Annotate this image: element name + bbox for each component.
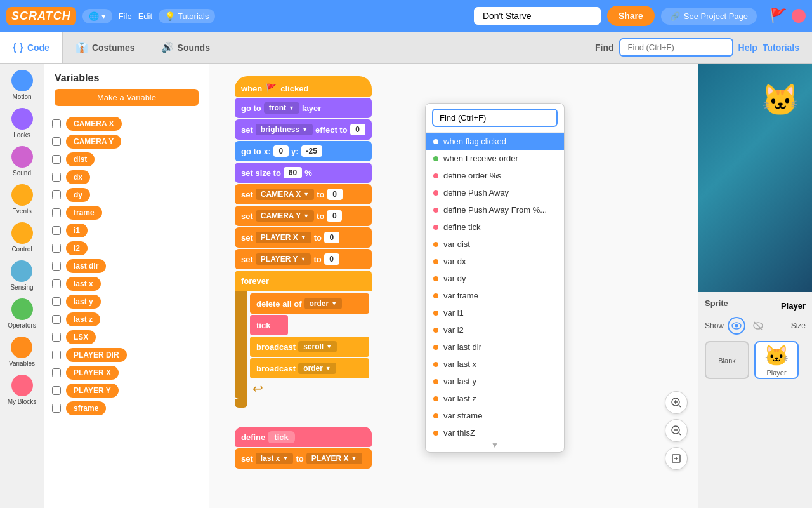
set-brightness-block[interactable]: set brightness effect to 0	[235, 119, 372, 140]
globe-button[interactable]: 🌐 ▾	[82, 9, 112, 23]
y-value[interactable]: -25	[301, 145, 322, 157]
green-flag-icon[interactable]: 🚩	[769, 8, 787, 24]
dropdown-item-7[interactable]: var dx	[426, 253, 564, 270]
var-checkbox-lastz[interactable]	[52, 315, 61, 324]
var-pill-i1[interactable]: i1	[66, 224, 88, 237]
sprite-player[interactable]: 🐱 Player	[754, 341, 799, 379]
dropdown-item-10[interactable]: var i1	[426, 304, 564, 321]
var-pill-lastdir[interactable]: last dir	[66, 259, 106, 273]
camerax-dropdown[interactable]: CAMERA X	[256, 189, 314, 200]
scratch-logo[interactable]: SCRATCH	[6, 7, 76, 25]
goto-xy-block[interactable]: go to x: 0 y: -25	[235, 141, 372, 161]
var-pill-lasty[interactable]: last y	[66, 295, 101, 309]
var-checkbox-camerax[interactable]	[52, 119, 61, 128]
cameray-dropdown[interactable]: CAMERA Y	[256, 210, 314, 222]
playerx-value[interactable]: 0	[324, 232, 339, 243]
var-pill-lastx[interactable]: last x	[66, 277, 101, 291]
forever-top[interactable]: forever	[235, 271, 372, 291]
scroll-dropdown[interactable]: scroll	[298, 341, 337, 352]
cat-events[interactable]: Events	[11, 184, 33, 215]
var-checkbox-i1[interactable]	[52, 226, 61, 235]
help-link[interactable]: Help	[738, 43, 757, 53]
tab-code[interactable]: { } Code	[0, 32, 63, 63]
dropdown-item-12[interactable]: var last dir	[426, 338, 564, 356]
var-pill-playerdir[interactable]: PLAYER DIR	[66, 348, 127, 362]
tutorials-button[interactable]: 💡 Tutorials	[159, 9, 215, 23]
edit-menu[interactable]: Edit	[138, 11, 152, 21]
brightness-value[interactable]: 0	[350, 124, 365, 135]
var-checkbox-cameray[interactable]	[52, 137, 61, 146]
var-checkbox-lastx[interactable]	[52, 279, 61, 288]
set-playery-block[interactable]: set PLAYER Y to 0	[235, 249, 372, 269]
cameray-value[interactable]: 0	[327, 210, 342, 222]
cat-control[interactable]: Control	[11, 222, 33, 253]
dropdown-item-5[interactable]: define tick	[426, 218, 564, 236]
dropdown-item-4[interactable]: define Push Away From %...	[426, 201, 564, 218]
set-cameray-block[interactable]: set CAMERA Y to 0	[235, 206, 372, 226]
var-checkbox-dist[interactable]	[52, 155, 61, 164]
dropdown-item-13[interactable]: var last x	[426, 356, 564, 373]
dropdown-item-3[interactable]: define Push Away	[426, 184, 564, 201]
cat-sound[interactable]: Sound	[11, 146, 33, 177]
forever-block[interactable]: forever delete all of order tick	[235, 271, 372, 408]
dropdown-item-1[interactable]: when I receive order	[426, 150, 564, 167]
set-lastx-block[interactable]: set last x to PLAYER X	[235, 448, 372, 469]
playery-dropdown[interactable]: PLAYER Y	[256, 253, 311, 265]
var-pill-playerx[interactable]: PLAYER X	[66, 366, 119, 380]
define-tick-block-group[interactable]: define tick set last x to PLAYER X	[235, 427, 372, 469]
var-pill-frame[interactable]: frame	[66, 206, 102, 220]
file-menu[interactable]: File	[119, 11, 132, 21]
var-pill-lsx[interactable]: LSX	[66, 330, 96, 344]
dropdown-search-input[interactable]	[432, 109, 558, 127]
share-button[interactable]: Share	[607, 6, 655, 26]
order-dropdown1[interactable]: order	[304, 298, 343, 309]
tick-block[interactable]: tick	[250, 315, 288, 335]
make-variable-button[interactable]: Make a Variable	[55, 89, 199, 106]
cat-motion[interactable]: Motion	[11, 70, 33, 100]
stop-button[interactable]	[792, 9, 806, 23]
var-checkbox-sframe[interactable]	[52, 404, 61, 413]
tab-sounds[interactable]: 🔊 Sounds	[148, 32, 223, 63]
var-checkbox-dy[interactable]	[52, 190, 61, 199]
dropdown-item-9[interactable]: var frame	[426, 287, 564, 304]
var-checkbox-playerx[interactable]	[52, 368, 61, 377]
project-title-input[interactable]	[474, 7, 601, 25]
cat-looks[interactable]: Looks	[11, 108, 33, 138]
var-checkbox-i2[interactable]	[52, 244, 61, 253]
cat-operators[interactable]: Operators	[8, 298, 36, 329]
broadcast-scroll-block[interactable]: broadcast scroll	[250, 337, 369, 357]
dropdown-item-0[interactable]: when flag clicked	[426, 133, 564, 150]
dropdown-item-8[interactable]: var dy	[426, 270, 564, 287]
var-checkbox-lasty[interactable]	[52, 297, 61, 306]
fit-button[interactable]	[665, 447, 688, 470]
set-size-block[interactable]: set size to 60 %	[235, 163, 372, 183]
var-checkbox-playery[interactable]	[52, 386, 61, 395]
dropdown-item-6[interactable]: var dist	[426, 236, 564, 253]
delete-all-block[interactable]: delete all of order	[250, 293, 369, 314]
define-tick-hat[interactable]: define tick	[235, 427, 372, 447]
goto-front-block[interactable]: go to front layer	[235, 98, 372, 118]
cat-variables[interactable]: Variables	[9, 337, 35, 367]
playerx-ref-dropdown[interactable]: PLAYER X	[306, 453, 362, 464]
var-checkbox-lsx[interactable]	[52, 333, 61, 342]
cat-sensing[interactable]: Sensing	[10, 260, 33, 291]
playerx-dropdown[interactable]: PLAYER X	[256, 232, 311, 243]
var-checkbox-playerdir[interactable]	[52, 351, 61, 359]
var-checkbox-dx[interactable]	[52, 173, 61, 182]
var-pill-camerax[interactable]: CAMERA X	[66, 117, 122, 131]
show-hidden-button[interactable]	[749, 317, 767, 335]
var-pill-dy[interactable]: dy	[66, 188, 90, 202]
dropdown-item-11[interactable]: var i2	[426, 321, 564, 338]
var-pill-dist[interactable]: dist	[66, 152, 95, 166]
dropdown-item-16[interactable]: var sframe	[426, 407, 564, 424]
see-project-button[interactable]: 🔗 See Project Page	[661, 8, 757, 25]
size-value[interactable]: 60	[284, 167, 302, 178]
dropdown-item-17[interactable]: var thisZ	[426, 424, 564, 438]
x-value[interactable]: 0	[273, 145, 289, 157]
dropdown-item-14[interactable]: var last y	[426, 373, 564, 390]
lastx-dropdown[interactable]: last x	[256, 453, 294, 464]
find-input[interactable]	[619, 38, 733, 57]
set-camerax-block[interactable]: set CAMERA X to 0	[235, 184, 372, 204]
cat-myblocks[interactable]: My Blocks	[8, 375, 37, 405]
show-visible-button[interactable]	[728, 317, 745, 335]
